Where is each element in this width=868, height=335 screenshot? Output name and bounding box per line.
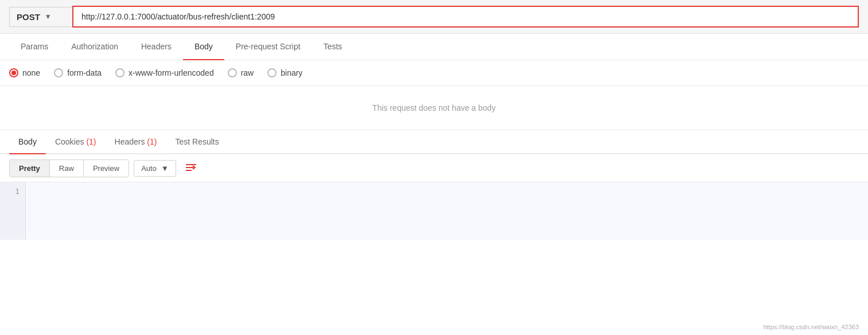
- response-tab-cookies[interactable]: Cookies (1): [46, 130, 106, 154]
- radio-urlencoded-circle: [115, 68, 124, 77]
- radio-binary[interactable]: binary: [267, 68, 302, 77]
- no-body-message: This request does not have a body: [0, 86, 868, 130]
- method-selector[interactable]: POST ▼: [9, 7, 72, 27]
- cookies-count: (1): [86, 137, 96, 146]
- headers-count: (1): [147, 137, 157, 146]
- app-container: POST ▼ Params Authorization Headers Body…: [0, 0, 868, 335]
- tab-params[interactable]: Params: [9, 34, 60, 60]
- line-numbers: 1: [0, 182, 26, 240]
- auto-chevron: ▼: [161, 164, 169, 173]
- radio-urlencoded[interactable]: x-www-form-urlencoded: [115, 68, 214, 77]
- radio-none-circle: [9, 68, 18, 77]
- tab-authorization[interactable]: Authorization: [60, 34, 130, 60]
- url-input-wrapper: [72, 6, 859, 28]
- method-chevron: ▼: [45, 13, 52, 21]
- radio-none-label: none: [22, 68, 40, 77]
- format-preview-button[interactable]: Preview: [84, 160, 129, 177]
- format-pretty-button[interactable]: Pretty: [10, 160, 50, 177]
- auto-selector[interactable]: Auto ▼: [134, 160, 176, 177]
- wrap-icon: [185, 162, 197, 174]
- format-raw-button[interactable]: Raw: [50, 160, 84, 177]
- radio-form-data-label: form-data: [67, 68, 102, 77]
- response-tab-headers[interactable]: Headers (1): [106, 130, 166, 154]
- response-tab-body[interactable]: Body: [9, 130, 46, 154]
- radio-raw-circle: [228, 68, 237, 77]
- radio-form-data-circle: [54, 68, 63, 77]
- radio-urlencoded-label: x-www-form-urlencoded: [129, 68, 214, 77]
- radio-none[interactable]: none: [9, 68, 40, 77]
- auto-label: Auto: [141, 164, 157, 173]
- radio-binary-circle: [267, 68, 277, 77]
- tab-tests[interactable]: Tests: [312, 34, 354, 60]
- wrap-button[interactable]: [181, 159, 201, 177]
- radio-binary-label: binary: [281, 68, 302, 77]
- url-input[interactable]: [73, 7, 858, 26]
- tab-headers[interactable]: Headers: [130, 34, 183, 60]
- tab-body[interactable]: Body: [183, 34, 224, 60]
- format-group: Pretty Raw Preview: [9, 159, 129, 177]
- radio-form-data[interactable]: form-data: [54, 68, 102, 77]
- code-content[interactable]: [26, 182, 868, 240]
- method-label: POST: [17, 12, 40, 22]
- tab-pre-request-script[interactable]: Pre-request Script: [224, 34, 312, 60]
- response-tabs: Body Cookies (1) Headers (1) Test Result…: [0, 130, 868, 154]
- radio-raw-label: raw: [241, 68, 254, 77]
- radio-raw[interactable]: raw: [228, 68, 254, 77]
- url-bar: POST ▼: [0, 0, 868, 34]
- watermark: https://blog.csdn.net/waixn_42363: [764, 324, 859, 330]
- format-toolbar: Pretty Raw Preview Auto ▼: [0, 154, 868, 182]
- request-tabs: Params Authorization Headers Body Pre-re…: [0, 34, 868, 60]
- response-tab-test-results[interactable]: Test Results: [166, 130, 228, 154]
- line-number-1: 1: [6, 187, 20, 196]
- body-options: none form-data x-www-form-urlencoded raw…: [0, 60, 868, 86]
- code-editor: 1: [0, 182, 868, 240]
